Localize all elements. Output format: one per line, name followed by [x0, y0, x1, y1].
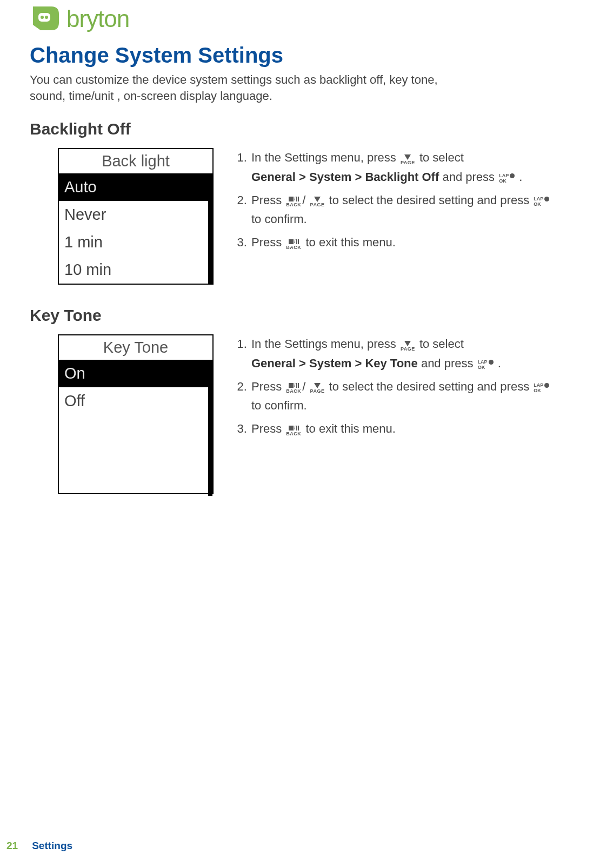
list-item: 1 min	[59, 228, 208, 256]
list-item: 10 min	[59, 256, 208, 284]
step-text: to select the desired setting and press	[329, 380, 533, 393]
step: In the Settings menu, press PAGE to sele…	[250, 334, 563, 372]
step-text: to select	[419, 151, 464, 164]
step: Press / BACK to exit this menu.	[250, 419, 563, 438]
nav-path-part: Backlight Off	[365, 170, 439, 184]
step-text: to select the desired setting and press	[329, 193, 533, 207]
step: Press / BACK to exit this menu.	[250, 233, 563, 252]
step-text: Press	[251, 235, 285, 249]
step-text: .	[519, 170, 522, 184]
step-text: to exit this menu.	[305, 235, 395, 249]
page-down-icon: PAGE	[310, 382, 325, 394]
back-icon: / BACK	[286, 239, 301, 250]
nav-path-part: System	[309, 356, 351, 370]
step-text: to select	[419, 337, 464, 351]
screen-title: Back light	[59, 149, 212, 173]
step-text: and press	[442, 170, 498, 184]
steps-keytone: In the Settings menu, press PAGE to sele…	[235, 334, 563, 442]
screen-title: Key Tone	[59, 335, 212, 360]
page-title: Change System Settings	[30, 43, 563, 68]
list-item: Auto	[59, 173, 208, 201]
step-text: and press	[421, 356, 477, 370]
page-footer: 21 Settings	[0, 840, 72, 852]
step-text: .	[498, 356, 501, 370]
back-icon: / BACK	[286, 425, 301, 436]
step-text: to confirm.	[251, 399, 307, 412]
page-down-icon: PAGE	[401, 340, 415, 352]
lap-ok-icon: LAP OK	[478, 360, 494, 370]
list-item: Never	[59, 201, 208, 228]
step: Press / BACK / PAGE to select the desire…	[250, 377, 563, 415]
step: In the Settings menu, press PAGE to sele…	[250, 148, 563, 186]
intro-text: You can customize the device system sett…	[30, 72, 473, 104]
footer-section: Settings	[32, 840, 72, 852]
brand-wordmark: bryton	[66, 5, 129, 32]
step-text: Press	[251, 422, 285, 435]
lap-ok-icon: LAP OK	[534, 383, 549, 393]
nav-path-part: General	[251, 356, 296, 370]
step-text: In the Settings menu, press	[251, 337, 399, 351]
list-item: On	[59, 360, 208, 387]
lap-ok-icon: LAP OK	[499, 173, 515, 184]
section-heading-keytone: Key Tone	[30, 306, 563, 325]
lap-ok-icon: LAP OK	[534, 197, 549, 207]
step-text: Press	[251, 193, 285, 207]
brand-logo: bryton	[30, 5, 563, 32]
step-text: Press	[251, 380, 285, 393]
list-item: Off	[59, 387, 208, 415]
page-down-icon: PAGE	[310, 196, 325, 207]
section-heading-backlight: Backlight Off	[30, 120, 563, 138]
steps-backlight: In the Settings menu, press PAGE to sele…	[235, 148, 563, 256]
screen-list: Auto Never 1 min 10 min	[59, 173, 212, 284]
screen-list: On Off	[59, 360, 212, 496]
device-screen-backlight: Back light Auto Never 1 min 10 min	[58, 148, 214, 285]
page-down-icon: PAGE	[401, 154, 415, 165]
page-number: 21	[6, 840, 18, 852]
device-screen-keytone: Key Tone On Off	[58, 334, 214, 494]
nav-path-part: Key Tone	[365, 356, 417, 370]
logo-mark-icon	[30, 5, 60, 32]
step-text: to exit this menu.	[305, 422, 395, 435]
nav-path-part: General	[251, 170, 296, 184]
back-icon: / BACK	[286, 382, 301, 394]
step: Press / BACK / PAGE to select the desire…	[250, 191, 563, 228]
svg-rect-0	[38, 13, 50, 22]
nav-path-part: System	[309, 170, 351, 184]
step-text: In the Settings menu, press	[251, 151, 399, 164]
back-icon: / BACK	[286, 196, 301, 207]
svg-point-2	[45, 16, 48, 19]
step-text: to confirm.	[251, 212, 307, 226]
svg-point-1	[41, 16, 44, 19]
